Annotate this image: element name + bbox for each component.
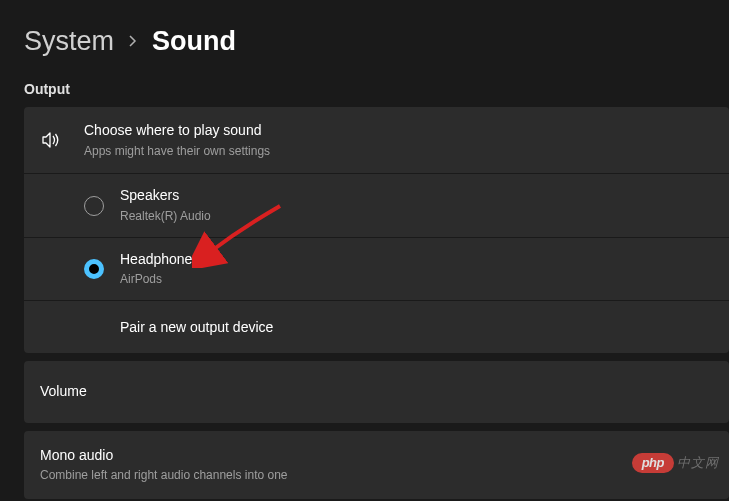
breadcrumb-parent[interactable]: System: [24, 26, 114, 57]
mono-audio-card[interactable]: Mono audio Combine left and right audio …: [24, 431, 729, 499]
breadcrumb: System Sound: [0, 0, 729, 75]
pair-new-output-device[interactable]: Pair a new output device: [24, 301, 729, 353]
device-name: Headphones: [120, 250, 713, 270]
device-name: Speakers: [120, 186, 713, 206]
choose-output-title: Choose where to play sound: [84, 121, 713, 141]
device-detail: AirPods: [120, 271, 713, 288]
radio-headphones[interactable]: [84, 259, 104, 279]
volume-card[interactable]: Volume: [24, 361, 729, 423]
volume-icon: [40, 130, 62, 150]
mono-subtitle: Combine left and right audio channels in…: [40, 467, 713, 484]
watermark-text: 中文网: [677, 454, 719, 472]
device-detail: Realtek(R) Audio: [120, 208, 713, 225]
pair-label: Pair a new output device: [120, 319, 273, 335]
mono-title: Mono audio: [40, 446, 713, 466]
watermark-brand: php: [632, 453, 674, 473]
choose-output-header[interactable]: Choose where to play sound Apps might ha…: [24, 107, 729, 173]
radio-speakers[interactable]: [84, 196, 104, 216]
chevron-right-icon: [128, 32, 138, 52]
volume-label: Volume: [40, 382, 713, 402]
output-device-speakers[interactable]: Speakers Realtek(R) Audio: [24, 174, 729, 236]
choose-output-subtitle: Apps might have their own settings: [84, 143, 713, 160]
output-device-headphones[interactable]: Headphones AirPods: [24, 238, 729, 300]
output-section-label: Output: [0, 75, 729, 107]
breadcrumb-current: Sound: [152, 26, 236, 57]
watermark: php 中文网: [632, 453, 719, 473]
